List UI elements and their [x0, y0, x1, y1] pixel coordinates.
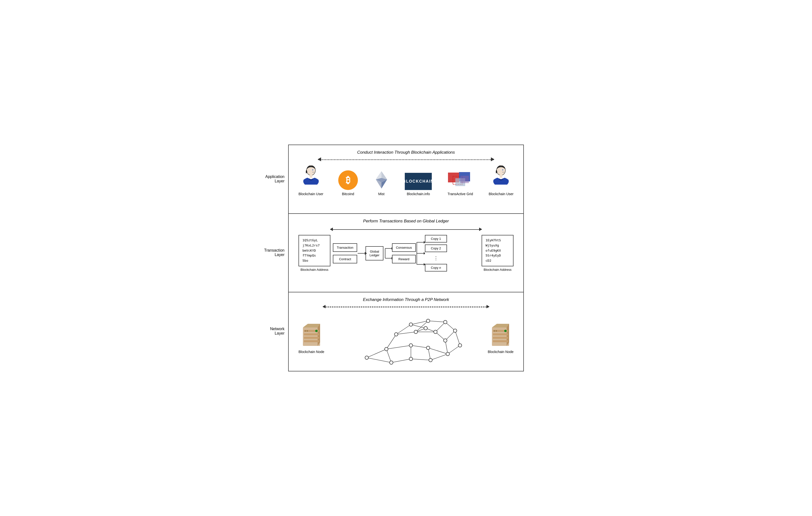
left-addr-line5: 5bo: [302, 258, 326, 263]
svg-point-77: [458, 344, 462, 347]
svg-rect-31: [304, 337, 319, 339]
app-layer-label: Application Layer: [260, 145, 287, 213]
svg-line-50: [428, 321, 445, 322]
copy1-box: Copy 1: [425, 235, 447, 242]
transactive-grid-label: TransActive Grid: [447, 192, 473, 196]
svg-marker-20: [392, 257, 392, 259]
tx-flow-diagram: Transaction Contract GlobalLedger: [333, 235, 479, 271]
net-arrow-row: [296, 305, 516, 309]
svg-rect-85: [493, 337, 508, 339]
branch-lines-svg: [385, 243, 392, 263]
left-address-section: 1Q5ztGyL j7KxL2rs7 bmVcKYD fTYmpQs 5bo B…: [298, 235, 330, 271]
right-addr-line1: 1EyH7htS: [486, 238, 510, 243]
tx-main-content: 1Q5ztGyL j7KxL2rs7 bmVcKYD fTYmpQs 5bo B…: [296, 235, 516, 271]
left-addr-line1: 1Q5ztGyL: [302, 238, 326, 243]
mist-label: Mist: [378, 192, 385, 196]
svg-rect-84: [493, 333, 508, 335]
left-addr-line4: fTYmpQs: [302, 253, 326, 258]
branch-section: [385, 243, 392, 263]
right-node-label: Blockchain Node: [488, 350, 514, 354]
svg-line-38: [386, 349, 391, 363]
left-address-label: Blockchain Address: [300, 268, 328, 271]
left-address-box: 1Q5ztGyL j7KxL2rs7 bmVcKYD fTYmpQs 5bo: [298, 235, 330, 266]
right-addr-line5: cD2: [486, 258, 510, 263]
copy2-box: Copy 2: [425, 245, 447, 252]
svg-rect-86: [493, 340, 508, 342]
svg-marker-27: [424, 263, 425, 266]
global-ledger-section: GlobalLedger: [366, 246, 383, 260]
svg-rect-12: [460, 176, 469, 183]
svg-point-79: [409, 357, 413, 361]
contract-box: Contract: [333, 255, 357, 263]
right-address-box: 1EyH7htS WjSyuXg ofuE9gKX 5Sr4yEyD cD2: [482, 235, 514, 266]
ethereum-icon: [373, 170, 390, 191]
svg-point-70: [424, 326, 427, 330]
transactive-grid-icon: [447, 171, 474, 191]
tx-flow-row: Transaction Contract GlobalLedger: [333, 235, 479, 271]
transaction-layer-section: Perform Transactions Based on Global Led…: [289, 214, 523, 292]
svg-line-37: [367, 358, 391, 363]
right-addr-line2: WjSyuXg: [486, 243, 510, 248]
svg-rect-2: [310, 175, 312, 178]
svg-line-60: [411, 359, 431, 360]
left-node-label: Blockchain Node: [298, 350, 324, 354]
right-addr-line3: ofuE9gKX: [486, 248, 510, 253]
svg-point-88: [494, 330, 495, 332]
svg-line-41: [391, 359, 411, 363]
svg-point-80: [426, 346, 430, 349]
network-layer-section: Exchange Information Through a P2P Netwo…: [289, 292, 523, 371]
tx-layer-label: Transaction Layer: [260, 213, 287, 292]
svg-point-74: [443, 339, 447, 342]
svg-point-14: [502, 169, 503, 170]
right-server-icon: [489, 322, 512, 348]
right-address-section: 1EyH7htS WjSyuXg ofuE9gKX 5Sr4yEyD cD2 B…: [482, 235, 514, 271]
svg-point-67: [395, 333, 398, 336]
svg-line-40: [386, 345, 411, 349]
left-user-figure: [300, 165, 322, 192]
right-user-label: Blockchain User: [489, 192, 514, 196]
svg-point-1: [312, 169, 313, 170]
svg-line-56: [455, 331, 460, 345]
svg-rect-32: [304, 340, 319, 342]
consensus-reward-col: Consensus Reward: [392, 243, 416, 263]
svg-point-64: [365, 356, 369, 360]
blockchain-info-icon: BLOCKCHAIN: [405, 173, 432, 190]
copyn-box: Copy n: [425, 264, 447, 271]
blockchain-info-icon-item: BLOCKCHAIN Blockchain.info: [405, 173, 432, 196]
svg-line-39: [386, 334, 396, 349]
svg-marker-25: [424, 241, 425, 243]
svg-rect-15: [500, 175, 502, 178]
svg-point-33: [315, 330, 318, 332]
svg-line-59: [411, 345, 428, 348]
global-ledger-box: GlobalLedger: [366, 246, 383, 260]
p2p-network-graph: [324, 311, 488, 365]
p2p-graph-svg: [340, 311, 472, 365]
copy-branch-svg: [416, 238, 425, 268]
svg-point-73: [443, 320, 447, 324]
svg-point-66: [389, 361, 393, 364]
left-addr-line2: j7KxL2rs7: [302, 243, 326, 248]
svg-point-78: [409, 344, 413, 347]
blockchain-info-label: Blockchain.info: [407, 192, 430, 196]
bitcoind-icon-item: ₿ Bitcoind: [338, 170, 358, 196]
tx-layer-title: Perform Transactions Based on Global Led…: [296, 219, 516, 224]
svg-line-54: [445, 331, 455, 341]
bitcoin-icon: ₿: [338, 170, 358, 190]
right-addr-line4: 5Sr4yEyD: [486, 253, 510, 258]
net-layer-title: Exchange Information Through a P2P Netwo…: [296, 297, 516, 302]
svg-point-81: [429, 359, 432, 362]
svg-line-45: [411, 321, 428, 324]
svg-point-76: [446, 352, 450, 356]
bitcoind-label: Bitcoind: [342, 192, 354, 196]
svg-point-72: [434, 330, 437, 334]
svg-line-51: [435, 322, 445, 332]
p2p-nodes: [365, 319, 462, 364]
svg-point-65: [385, 347, 388, 351]
left-addr-line3: bmVcKYD: [302, 248, 326, 253]
arrow-to-gl: [358, 253, 365, 254]
svg-marker-26: [424, 252, 425, 255]
svg-line-55: [445, 341, 448, 354]
transaction-box: Transaction: [333, 243, 357, 252]
right-blockchain-node: Blockchain Node: [488, 322, 514, 354]
left-server-icon: [300, 322, 323, 348]
